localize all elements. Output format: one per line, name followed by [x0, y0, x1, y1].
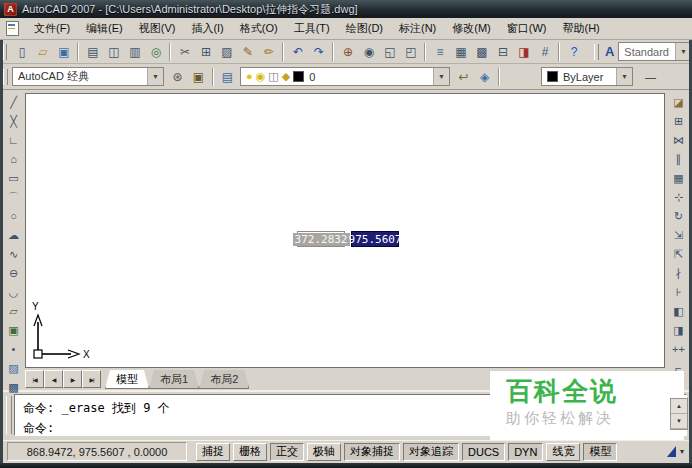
zoom-window-button[interactable]: ◱: [379, 41, 400, 62]
line-button[interactable]: ╱: [3, 93, 24, 112]
tab-nav-prev-button[interactable]: ◀: [44, 370, 63, 388]
revision-cloud-button[interactable]: ☁: [3, 226, 24, 245]
quickcalc-button[interactable]: #: [534, 41, 555, 62]
move-button[interactable]: ⊹: [668, 188, 689, 207]
ellipse-button[interactable]: ⊖: [3, 264, 24, 283]
toggle-model-space[interactable]: 模型: [583, 443, 617, 461]
designcenter-button[interactable]: ▦: [450, 41, 471, 62]
insert-block-button[interactable]: ▱: [3, 302, 24, 321]
scale-button[interactable]: ⇲: [668, 226, 689, 245]
copy-button[interactable]: ⊞: [195, 41, 216, 62]
arc-button[interactable]: ⌒: [3, 188, 24, 207]
toggle-lineweight[interactable]: 线宽: [546, 443, 580, 461]
toggle-otrack[interactable]: 对象追踪: [403, 443, 459, 461]
text-style-icon[interactable]: A: [605, 44, 614, 59]
tool-palettes-button[interactable]: ▩: [471, 41, 492, 62]
drawing-canvas[interactable]: 372.2832 975.5607 Y X: [25, 93, 665, 368]
match-properties-button[interactable]: ✎: [237, 41, 258, 62]
layer-combo[interactable]: ●◉◫◆ 0 ▼: [240, 67, 450, 86]
toggle-snap[interactable]: 捕捉: [196, 443, 230, 461]
menu-format[interactable]: 格式(O): [232, 18, 286, 39]
drawing-window-icon[interactable]: [6, 21, 19, 36]
scroll-up-icon[interactable]: ▲: [671, 399, 687, 414]
trim-button[interactable]: ∤: [668, 264, 689, 283]
titlebar[interactable]: A AutoCAD 2007 - [C:\Users\Administrator…: [0, 0, 692, 18]
menu-file[interactable]: 文件(F): [26, 18, 78, 39]
extend-button[interactable]: ⊦: [668, 283, 689, 302]
publish-button[interactable]: ▥: [124, 41, 145, 62]
toolbar-grip[interactable]: [594, 44, 598, 60]
mirror-button[interactable]: ⋈: [668, 131, 689, 150]
color-combo[interactable]: ByLayer ▼: [541, 67, 633, 86]
pan-button[interactable]: ⊕: [337, 41, 358, 62]
linetype-icon[interactable]: —: [645, 71, 656, 83]
sheet-tab-model[interactable]: 模型: [105, 370, 149, 389]
sheet-set-manager-button[interactable]: ⊟: [492, 41, 513, 62]
rectangle-button[interactable]: ▭: [3, 169, 24, 188]
new-button[interactable]: ▯: [11, 41, 32, 62]
etransmit-button[interactable]: ◎: [145, 41, 166, 62]
help-button[interactable]: ?: [563, 41, 584, 62]
tray-icon[interactable]: [667, 446, 676, 457]
text-style-combo[interactable]: Standard ▼: [618, 42, 692, 61]
hatch-button[interactable]: ▨: [3, 359, 24, 378]
plot-preview-button[interactable]: ◫: [103, 41, 124, 62]
polyline-button[interactable]: ∟: [3, 131, 24, 150]
join-button[interactable]: ++: [668, 340, 689, 359]
menu-insert[interactable]: 插入(I): [183, 18, 231, 39]
gradient-button[interactable]: ▩: [3, 378, 24, 397]
toggle-dyn[interactable]: DYN: [508, 443, 543, 461]
spline-button[interactable]: ∿: [3, 245, 24, 264]
coordinate-readout[interactable]: 868.9472, 975.5607 , 0.0000: [7, 442, 187, 461]
menu-draw[interactable]: 绘图(D): [338, 18, 391, 39]
toggle-ortho[interactable]: 正交: [270, 443, 304, 461]
dyn-input-y[interactable]: 975.5607: [351, 231, 399, 247]
erase-button[interactable]: ◪: [668, 93, 689, 112]
tab-nav-first-button[interactable]: |◀: [25, 370, 44, 388]
toolbar-grip[interactable]: [3, 44, 7, 60]
tab-nav-next-button[interactable]: ▶: [63, 370, 82, 388]
rotate-button[interactable]: ↻: [668, 207, 689, 226]
toolbar-grip[interactable]: [3, 69, 8, 85]
toggle-ducs[interactable]: DUCS: [462, 443, 505, 461]
menu-view[interactable]: 视图(V): [131, 18, 184, 39]
menu-tools[interactable]: 工具(T): [286, 18, 338, 39]
point-button[interactable]: •: [3, 340, 24, 359]
toggle-polar[interactable]: 极轴: [307, 443, 341, 461]
make-block-button[interactable]: ▣: [3, 321, 24, 340]
menu-modify[interactable]: 修改(M): [444, 18, 499, 39]
polygon-button[interactable]: ⌂: [3, 150, 24, 169]
construction-line-button[interactable]: ╳: [3, 112, 24, 131]
array-button[interactable]: ▦: [668, 169, 689, 188]
plot-button[interactable]: ▤: [82, 41, 103, 62]
dyn-input-x[interactable]: 372.2832: [297, 231, 345, 247]
copy-object-button[interactable]: ⊞: [668, 112, 689, 131]
command-window-grip[interactable]: [6, 396, 12, 434]
layer-states-button[interactable]: ◈: [474, 66, 495, 87]
markup-set-manager-button[interactable]: ◨: [513, 41, 534, 62]
toggle-osnap[interactable]: 对象捕捉: [344, 443, 400, 461]
sheet-tab-layout2[interactable]: 布局2: [199, 370, 249, 389]
block-editor-button[interactable]: ✏: [258, 41, 279, 62]
layer-properties-manager-button[interactable]: ▤: [217, 66, 238, 87]
break-at-point-button[interactable]: ◧: [668, 302, 689, 321]
open-button[interactable]: ▱: [32, 41, 53, 62]
toggle-grid[interactable]: 栅格: [233, 443, 267, 461]
workspace-combo[interactable]: AutoCAD 经典 ▼: [12, 67, 164, 86]
tab-nav-last-button[interactable]: ▶|: [82, 370, 101, 388]
zoom-realtime-button[interactable]: ◉: [358, 41, 379, 62]
status-menu-arrow-icon[interactable]: ▾: [680, 447, 684, 456]
redo-button[interactable]: ↷: [308, 41, 329, 62]
properties-button[interactable]: ≡: [429, 41, 450, 62]
menu-dimension[interactable]: 标注(N): [391, 18, 444, 39]
menu-edit[interactable]: 编辑(E): [78, 18, 131, 39]
workspace-settings-button[interactable]: ⊛: [167, 66, 188, 87]
zoom-previous-button[interactable]: ◰: [400, 41, 421, 62]
sheet-tab-layout1[interactable]: 布局1: [149, 370, 199, 389]
workspace-save-button[interactable]: ▣: [188, 66, 209, 87]
menu-help[interactable]: 帮助(H): [555, 18, 608, 39]
break-button[interactable]: ◨: [668, 321, 689, 340]
chevron-down-icon[interactable]: ▼: [147, 68, 163, 85]
save-button[interactable]: ▣: [53, 41, 74, 62]
circle-button[interactable]: ○: [3, 207, 24, 226]
